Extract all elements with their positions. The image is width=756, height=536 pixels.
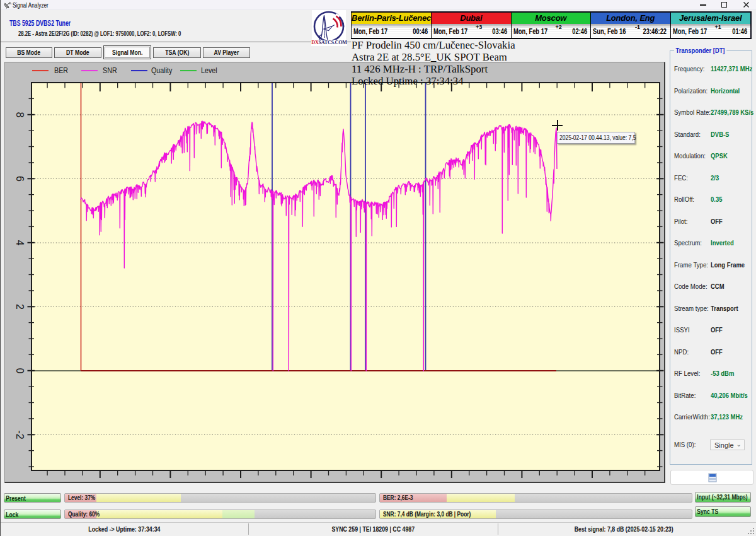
svg-text:4: 4 bbox=[14, 240, 25, 246]
svg-text:0: 0 bbox=[14, 368, 25, 374]
svg-text:-2: -2 bbox=[14, 430, 25, 439]
svg-text:6: 6 bbox=[14, 176, 25, 182]
svg-text:2: 2 bbox=[14, 304, 25, 310]
svg-text:8: 8 bbox=[14, 112, 25, 118]
